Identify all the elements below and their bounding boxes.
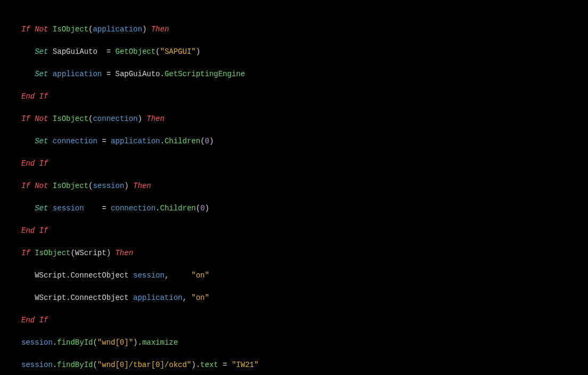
code-line: End If (21, 91, 567, 102)
keyword-set: Set (35, 47, 48, 56)
code-line: If Not IsObject(application) Then (21, 24, 567, 35)
var-session: session (21, 338, 53, 347)
keyword-not: Not (35, 115, 48, 123)
code-line: WScript.ConnectObject session, "on" (21, 270, 567, 281)
str-wnd0: "wnd[0]" (97, 338, 133, 347)
keyword-not: Not (35, 182, 48, 190)
code-line: Set session = connection.Children(0) (21, 203, 567, 214)
id-wscript: WScript (35, 271, 66, 280)
fn-findbyid: findById (57, 361, 93, 369)
fn-text: text (200, 361, 218, 369)
code-block: If Not IsObject(application) Then Set Sa… (0, 0, 588, 375)
keyword-if: If (21, 249, 30, 257)
keyword-set: Set (35, 137, 48, 145)
str-tbar-okcd: "wnd[0]/tbar[0]/okcd" (97, 361, 191, 369)
code-line: Set connection = application.Children(0) (21, 136, 567, 147)
keyword-if: If (21, 25, 30, 34)
keyword-set: Set (35, 204, 48, 213)
code-line: Set SapGuiAuto = GetObject("SAPGUI") (21, 46, 567, 58)
code-line: WScript.ConnectObject application, "on" (21, 292, 567, 304)
fn-findbyid: findById (57, 338, 93, 347)
fn-children: Children (160, 204, 196, 213)
keyword-endif: End If (21, 92, 48, 101)
var-application: application (111, 137, 160, 145)
var-application: application (93, 25, 142, 34)
fn-isobject: IsObject (35, 249, 70, 257)
var-session: session (133, 271, 165, 280)
code-line: If IsObject(WScript) Then (21, 248, 567, 259)
keyword-endif: End If (21, 316, 48, 324)
str-iw21: "IW21" (232, 361, 258, 369)
keyword-if: If (21, 115, 30, 123)
id-sapguiauto: SapGuiAuto (115, 70, 160, 78)
var-connection: connection (93, 115, 137, 123)
str-on: "on" (191, 271, 209, 280)
keyword-then: Then (115, 249, 133, 257)
code-line: session.findById("wnd[0]").maximize (21, 337, 567, 348)
code-line: End If (21, 158, 567, 169)
fn-maximize: maximize (142, 338, 178, 347)
keyword-then: Then (151, 25, 169, 34)
num-zero: 0 (200, 204, 205, 213)
str-sapgui: "SAPGUI" (160, 47, 196, 56)
fn-getscriptingengine: GetScriptingEngine (165, 70, 245, 78)
var-session: session (21, 361, 53, 369)
keyword-then: Then (146, 115, 165, 123)
code-line: End If (21, 225, 567, 237)
num-zero: 0 (205, 137, 209, 145)
keyword-set: Set (35, 70, 48, 78)
fn-isobject: IsObject (53, 115, 88, 123)
fn-isobject: IsObject (53, 25, 88, 34)
keyword-endif: End If (21, 159, 48, 168)
var-application: application (133, 294, 182, 302)
id-sapguiauto: SapGuiAuto (53, 47, 97, 56)
keyword-then: Then (133, 182, 151, 190)
var-session: session (53, 204, 84, 213)
code-line: Set application = SapGuiAuto.GetScriptin… (21, 69, 567, 80)
fn-connectobject: ConnectObject (70, 294, 128, 302)
keyword-not: Not (35, 25, 48, 34)
code-line: If Not IsObject(session) Then (21, 181, 567, 192)
var-application: application (53, 70, 102, 78)
var-connection: connection (111, 204, 156, 213)
fn-isobject: IsObject (53, 182, 88, 190)
fn-children: Children (165, 137, 200, 145)
fn-getobject: GetObject (115, 47, 156, 56)
var-connection: connection (53, 137, 97, 145)
var-session: session (93, 182, 124, 190)
code-line: End If (21, 315, 567, 326)
code-line: session.findById("wnd[0]/tbar[0]/okcd").… (21, 360, 567, 371)
str-on: "on" (191, 294, 209, 302)
id-wscript: WScript (75, 249, 107, 257)
fn-connectobject: ConnectObject (70, 271, 128, 280)
keyword-if: If (21, 182, 30, 190)
id-wscript: WScript (35, 294, 66, 302)
code-line: If Not IsObject(connection) Then (21, 113, 567, 125)
keyword-endif: End If (21, 226, 48, 235)
